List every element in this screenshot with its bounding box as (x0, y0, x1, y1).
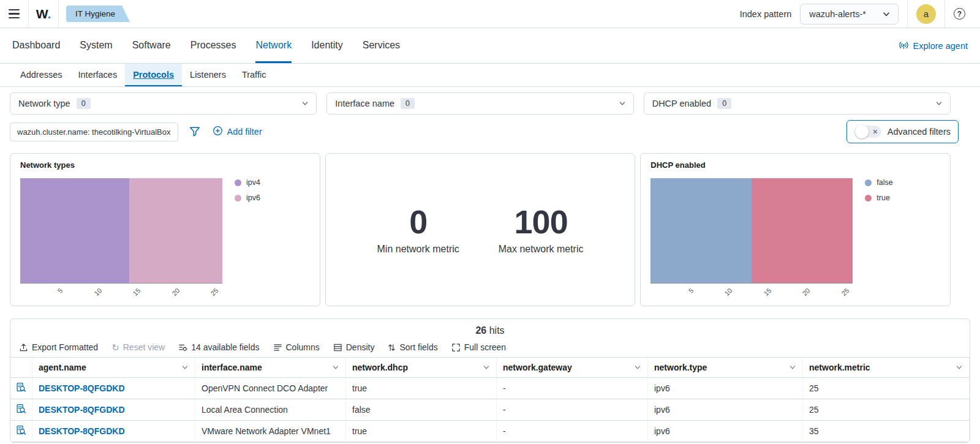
hits-count: 26 hits (10, 319, 970, 339)
index-pattern-select[interactable]: wazuh-alerts-* (800, 4, 899, 24)
chart-title: DHCP enabled (650, 160, 940, 170)
chevron-down-icon (956, 364, 963, 371)
wazuh-logo[interactable]: W. (29, 7, 58, 21)
filter-select-dhcp-enabled[interactable]: DHCP enabled0 (644, 92, 951, 115)
tab-identity[interactable]: Identity (311, 28, 343, 63)
toolbar-export-formatted[interactable]: Export Formatted (19, 342, 98, 352)
menu-icon[interactable] (0, 0, 28, 28)
column-header-label: network.type (654, 363, 707, 372)
axis-tick-label: 15 (132, 287, 142, 297)
metric-value: 100 (499, 205, 584, 238)
cell-metric: 25 (803, 378, 970, 399)
expand-row-button[interactable] (10, 378, 32, 399)
filter-pill[interactable]: wazuh.cluster.name: thecotilking-Virtual… (10, 122, 178, 141)
metric: 100Max network metric (499, 205, 584, 255)
chart-body: 510152025falsetrue (650, 178, 940, 304)
metric: 0Min network metric (377, 205, 459, 255)
network-metric-panel: 0Min network metric100Max network metric (325, 153, 636, 306)
main-tabs: DashboardSystemSoftwareProcessesNetworkI… (0, 28, 980, 64)
hits-number: 26 (475, 325, 486, 336)
expand-row-button[interactable] (10, 421, 32, 442)
chart-body: 510152025ipv4ipv6 (20, 178, 310, 304)
toolbar-columns[interactable]: Columns (273, 342, 320, 352)
axis-tick-label: 10 (723, 287, 734, 297)
subtab-protocols[interactable]: Protocols (125, 64, 182, 86)
filter-select-interface-name[interactable]: Interface name0 (326, 92, 633, 115)
hits-label: hits (489, 325, 505, 336)
filter-selects-row: Network type0Interface name0DHCP enabled… (10, 92, 951, 115)
tab-network[interactable]: Network (255, 28, 292, 63)
cell-agent[interactable]: DESKTOP-8QFGDKD (32, 378, 195, 399)
stacked-bar (650, 178, 853, 284)
column-header-network.dhcp[interactable]: network.dhcp (346, 358, 497, 377)
subtab-listeners[interactable]: Listeners (182, 64, 234, 86)
column-header-agent.name[interactable]: agent.name (32, 358, 195, 377)
toolbar-14-available-fields[interactable]: 14 available fields (178, 342, 259, 352)
toolbar-density[interactable]: Density (333, 342, 375, 352)
help-icon[interactable]: ? (954, 8, 965, 20)
expand-row-button[interactable] (10, 399, 32, 420)
toolbar-label: Export Formatted (32, 342, 98, 352)
column-header-label: agent.name (39, 363, 86, 372)
legend-item-false[interactable]: false (865, 178, 892, 187)
legend-item-ipv4[interactable]: ipv4 (235, 178, 260, 187)
tab-system[interactable]: System (80, 28, 112, 63)
toolbar-full-screen[interactable]: Full screen (451, 342, 506, 352)
cell-type: ipv6 (648, 399, 803, 420)
explore-agent-link[interactable]: Explore agent (899, 28, 968, 63)
legend-item-true[interactable]: true (865, 194, 892, 202)
divider (907, 0, 908, 28)
divider (944, 0, 945, 28)
toolbar-label: Reset view (123, 342, 165, 352)
legend-item-ipv6[interactable]: ipv6 (235, 194, 260, 202)
filter-funnel-icon[interactable] (189, 126, 200, 137)
tab-software[interactable]: Software (132, 28, 171, 63)
filter-count-badge: 0 (717, 98, 731, 109)
column-header-network.type[interactable]: network.type (648, 358, 803, 377)
bar-segment-true[interactable] (752, 178, 853, 283)
bar-segment-ipv4[interactable] (20, 178, 129, 283)
advanced-filters-label: Advanced filters (888, 127, 951, 137)
cell-gateway: - (497, 378, 648, 399)
column-header-label: network.gateway (503, 363, 572, 372)
column-header-network.metric[interactable]: network.metric (803, 358, 970, 377)
advanced-filters-toggle[interactable]: × (854, 126, 881, 138)
cell-agent[interactable]: DESKTOP-8QFGDKD (32, 399, 195, 420)
logo-text: W (36, 7, 48, 21)
avatar[interactable]: a (916, 4, 936, 24)
axis-tick-label: 25 (209, 287, 220, 297)
subtab-addresses[interactable]: Addresses (12, 64, 70, 86)
subtab-interfaces[interactable]: Interfaces (70, 64, 126, 86)
legend-dot (235, 179, 241, 186)
cell-gateway: - (497, 421, 648, 442)
bar-segment-ipv6[interactable] (129, 178, 222, 283)
chevron-down-icon (789, 364, 796, 371)
toolbar-sort-fields[interactable]: Sort fields (388, 342, 437, 352)
subtab-traffic[interactable]: Traffic (234, 64, 274, 86)
table-toolbar: Export Formatted↻Reset view14 available … (10, 339, 970, 357)
toolbar-label: Density (346, 342, 375, 352)
tab-services[interactable]: Services (363, 28, 400, 63)
filter-select-label: Network type (18, 99, 70, 108)
network-types-panel: Network types510152025ipv4ipv6 (10, 153, 320, 306)
toolbar-label: 14 available fields (191, 342, 259, 352)
metric-label: Min network metric (377, 244, 459, 255)
column-header-interface.name[interactable]: interface.name (195, 358, 346, 377)
add-filter-button[interactable]: Add filter (213, 126, 262, 138)
column-header-network.gateway[interactable]: network.gateway (497, 358, 648, 377)
bar-chart: 510152025 (20, 178, 222, 304)
broadcast-icon (899, 40, 909, 51)
tab-dashboard[interactable]: Dashboard (12, 28, 60, 63)
toolbar-label: Sort fields (399, 342, 437, 352)
tab-processes[interactable]: Processes (190, 28, 236, 63)
table-row: DESKTOP-8QFGDKDVMware Network Adapter VM… (10, 421, 970, 442)
filter-select-network-type[interactable]: Network type0 (10, 92, 317, 115)
cell-metric: 25 (803, 399, 970, 420)
legend-dot (235, 195, 241, 201)
cell-agent[interactable]: DESKTOP-8QFGDKD (32, 421, 195, 442)
filter-bar: wazuh.cluster.name: thecotilking-Virtual… (10, 120, 959, 143)
logo-dot: . (47, 7, 51, 21)
sub-tabs: AddressesInterfacesProtocolsListenersTra… (0, 64, 980, 87)
header-lead-cell (10, 358, 32, 377)
bar-segment-false[interactable] (650, 178, 752, 283)
